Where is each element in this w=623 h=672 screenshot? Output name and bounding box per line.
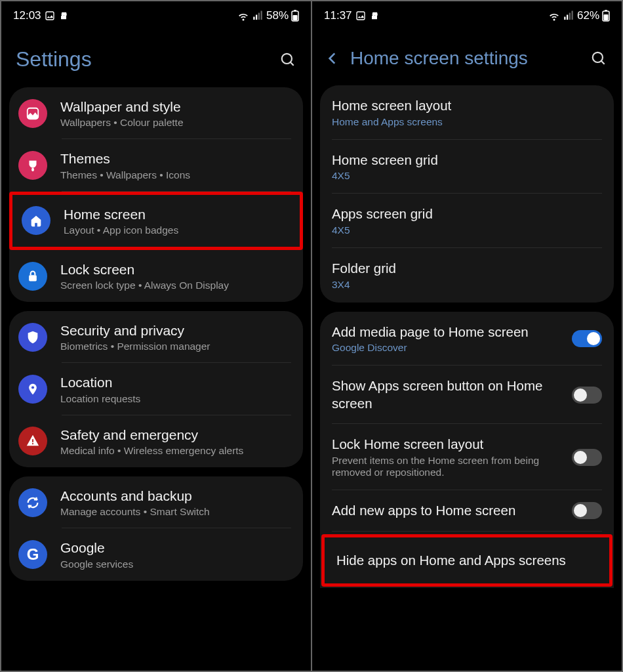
svg-line-27: [601, 61, 605, 64]
home-settings-group-options: Add media page to Home screen Google Dis…: [320, 312, 614, 589]
home-icon: [22, 206, 50, 235]
item-home-screen-layout[interactable]: Home screen layout Home and Apps screens: [320, 85, 614, 140]
pin-icon: [18, 375, 47, 404]
row-subtitle: Screen lock type • Always On Display: [60, 280, 291, 291]
image-icon: [355, 10, 366, 21]
row-title: Apps screen grid: [332, 205, 602, 223]
svg-rect-12: [31, 168, 34, 171]
toggle-add-new-apps[interactable]: [572, 502, 602, 519]
row-title: Folder grid: [332, 260, 602, 278]
row-title: Location: [60, 373, 291, 391]
row-subtitle: Layout • App icon badges: [64, 224, 288, 236]
item-add-media-page[interactable]: Add media page to Home screen Google Dis…: [320, 312, 614, 366]
row-subtitle: 4X5: [332, 224, 602, 236]
svg-rect-1: [61, 16, 66, 19]
settings-item-location[interactable]: Location Location requests: [9, 363, 303, 415]
settings-item-google[interactable]: G Google Google services: [9, 528, 303, 580]
svg-rect-7: [294, 10, 296, 11]
search-button[interactable]: [588, 47, 610, 70]
row-subtitle: Medical info • Wireless emergency alerts: [60, 445, 291, 457]
svg-rect-18: [372, 16, 377, 19]
row-title: Home screen: [64, 205, 288, 223]
row-subtitle: Wallpapers • Colour palette: [60, 117, 291, 129]
settings-group-accounts: Accounts and backup Manage accounts • Sm…: [9, 476, 303, 581]
svg-rect-2: [253, 17, 254, 20]
item-folder-grid[interactable]: Folder grid 3X4: [320, 248, 614, 303]
item-hide-apps[interactable]: Hide apps on Home and Apps screens: [325, 537, 609, 584]
svg-rect-19: [564, 17, 565, 20]
row-subtitle: Manage accounts • Smart Switch: [60, 506, 291, 518]
phone-left: 12:03 58%: [1, 1, 311, 671]
svg-rect-22: [571, 11, 573, 20]
settings-item-safety-emergency[interactable]: Safety and emergency Medical info • Wire…: [9, 415, 303, 467]
shop-icon: [58, 10, 69, 21]
shop-icon: [369, 10, 380, 21]
svg-rect-8: [293, 15, 298, 20]
settings-item-themes[interactable]: Themes Themes • Wallpapers • Icons: [9, 139, 303, 191]
svg-rect-3: [256, 15, 257, 20]
page-title: Home screen settings: [350, 48, 578, 69]
settings-item-security-privacy[interactable]: Security and privacy Biometrics • Permis…: [9, 311, 303, 363]
svg-point-16: [32, 443, 33, 444]
settings-group-display: Wallpaper and style Wallpapers • Colour …: [9, 87, 303, 302]
search-button[interactable]: [277, 49, 299, 71]
row-subtitle: Biometrics • Permission manager: [60, 341, 291, 352]
svg-rect-15: [32, 440, 33, 443]
back-button[interactable]: [324, 50, 341, 67]
image-icon: [45, 10, 55, 21]
row-title: Lock Home screen layout: [332, 436, 565, 453]
alert-icon: [18, 427, 47, 455]
row-subtitle: Prevent items on the Home screen from be…: [332, 455, 565, 478]
toggle-show-apps-button[interactable]: [572, 387, 602, 404]
battery-icon: [602, 10, 610, 22]
row-title: Home screen layout: [332, 97, 602, 115]
phone-right: 11:37 62%: [312, 1, 622, 671]
settings-item-home-screen[interactable]: Home screen Layout • App icon badges: [12, 195, 300, 247]
status-battery-pct: 62%: [577, 9, 599, 22]
row-title: Add new apps to Home screen: [332, 502, 565, 520]
status-time: 12:03: [13, 9, 41, 22]
row-title: Google: [60, 539, 291, 556]
item-apps-screen-grid[interactable]: Apps screen grid 4X5: [320, 194, 614, 248]
status-bar: 12:03 58%: [1, 1, 311, 28]
svg-rect-5: [260, 11, 262, 20]
status-bar: 11:37 62%: [312, 1, 622, 28]
svg-rect-24: [605, 10, 607, 11]
row-subtitle: 3X4: [332, 279, 602, 291]
item-lock-home-layout[interactable]: Lock Home screen layout Prevent items on…: [320, 424, 614, 490]
row-title: Safety and emergency: [60, 426, 291, 444]
svg-rect-21: [569, 13, 571, 20]
row-subtitle: Location requests: [60, 393, 291, 405]
wifi-icon: [548, 10, 560, 22]
toggle-lock-home-layout[interactable]: [572, 449, 602, 466]
row-title: Show Apps screen button on Home screen: [332, 377, 565, 412]
svg-rect-4: [258, 13, 260, 20]
row-title: Add media page to Home screen: [332, 324, 565, 341]
item-add-new-apps[interactable]: Add new apps to Home screen: [320, 490, 614, 532]
settings-item-accounts-backup[interactable]: Accounts and backup Manage accounts • Sm…: [9, 476, 303, 528]
svg-rect-25: [604, 14, 609, 20]
row-subtitle: Google Discover: [332, 342, 565, 354]
page-title: Settings: [13, 47, 268, 72]
google-icon: G: [18, 540, 47, 569]
signal-icon: [563, 10, 574, 22]
svg-point-9: [282, 53, 292, 63]
toggle-add-media-page[interactable]: [572, 330, 602, 347]
row-title: Accounts and backup: [60, 487, 291, 505]
signal-icon: [252, 10, 264, 22]
item-show-apps-button[interactable]: Show Apps screen button on Home screen: [320, 366, 614, 424]
page-header: Settings: [1, 28, 311, 87]
page-header: Home screen settings: [312, 28, 622, 85]
home-settings-group-grid: Home screen layout Home and Apps screens…: [320, 85, 614, 303]
shield-icon: [18, 323, 47, 352]
settings-item-wallpaper[interactable]: Wallpaper and style Wallpapers • Colour …: [9, 87, 303, 139]
svg-point-14: [31, 387, 34, 389]
row-subtitle: Google services: [60, 558, 291, 570]
lock-icon: [18, 262, 47, 291]
settings-item-lock-screen[interactable]: Lock screen Screen lock type • Always On…: [9, 250, 303, 302]
row-title: Lock screen: [60, 261, 291, 278]
themes-icon: [18, 151, 47, 180]
status-time: 11:37: [324, 9, 352, 22]
item-home-screen-grid[interactable]: Home screen grid 4X5: [320, 140, 614, 194]
row-subtitle: Home and Apps screens: [332, 116, 602, 128]
